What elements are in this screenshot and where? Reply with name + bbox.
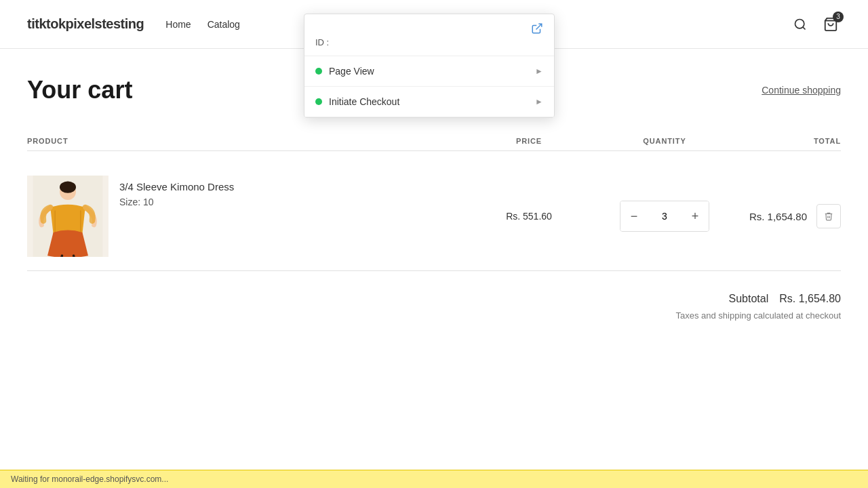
- table-header: PRODUCT PRICE QUANTITY TOTAL: [27, 131, 841, 151]
- main-nav: Home Catalog: [165, 19, 240, 30]
- col-product-header: PRODUCT: [27, 137, 468, 145]
- total-cell: Rs. 1,654.80: [739, 211, 841, 222]
- price-cell: Rs. 551.60: [468, 211, 590, 222]
- quantity-control: − +: [620, 201, 709, 232]
- initiate-checkout-chevron: ►: [535, 97, 543, 106]
- product-info: 3/4 Sleeve Kimono Dress Size: 10: [119, 176, 234, 207]
- nav-home[interactable]: Home: [165, 19, 191, 30]
- product-image: [27, 176, 108, 257]
- col-quantity-header: QUANTITY: [590, 137, 739, 145]
- svg-point-0: [795, 19, 804, 28]
- continue-shopping-link[interactable]: Continue shopping: [762, 85, 841, 96]
- tax-note: Taxes and shipping calculated at checkou…: [675, 310, 841, 321]
- external-link-icon[interactable]: [531, 22, 543, 35]
- svg-point-6: [60, 182, 76, 193]
- quantity-increase-button[interactable]: +: [682, 201, 709, 231]
- cart-table: PRODUCT PRICE QUANTITY TOTAL: [27, 131, 841, 271]
- cart-title: Your cart: [27, 76, 132, 104]
- popup-initiate-checkout-item[interactable]: Initiate Checkout ►: [304, 87, 554, 117]
- product-cell: 3/4 Sleeve Kimono Dress Size: 10: [27, 176, 468, 257]
- col-price-header: PRICE: [468, 137, 590, 145]
- pixel-popup: ID : Page View ► Initiate Checkout ►: [304, 14, 555, 118]
- quantity-decrease-button[interactable]: −: [620, 201, 648, 231]
- header-right: 3: [791, 14, 841, 35]
- site-logo: titktokpixelstesting: [27, 16, 144, 32]
- popup-header: [304, 14, 554, 35]
- header-left: titktokpixelstesting Home Catalog: [27, 16, 240, 32]
- popup-id-label: ID :: [315, 37, 329, 47]
- subtotal-value: Rs. 1,654.80: [779, 293, 841, 305]
- nav-catalog[interactable]: Catalog: [208, 19, 240, 30]
- item-total: Rs. 1,654.80: [749, 211, 807, 222]
- table-row: 3/4 Sleeve Kimono Dress Size: 10 Rs. 551…: [27, 162, 841, 271]
- svg-line-1: [803, 26, 806, 29]
- popup-item-left-checkout: Initiate Checkout: [315, 96, 399, 107]
- product-name: 3/4 Sleeve Kimono Dress: [119, 181, 234, 192]
- search-icon: [793, 18, 807, 31]
- product-size: Size: 10: [119, 197, 234, 207]
- popup-id-row: ID :: [304, 35, 554, 56]
- popup-page-view-item[interactable]: Page View ►: [304, 56, 554, 87]
- subtotal-label: Subtotal: [729, 293, 769, 305]
- delete-item-button[interactable]: [816, 204, 841, 228]
- item-price: Rs. 551.60: [506, 211, 552, 222]
- initiate-checkout-status-dot: [315, 98, 322, 105]
- popup-item-left-pageview: Page View: [315, 66, 374, 77]
- cart-footer: Subtotal Rs. 1,654.80 Taxes and shipping…: [27, 271, 841, 326]
- search-button[interactable]: [791, 15, 810, 34]
- page-view-label: Page View: [329, 66, 374, 77]
- initiate-checkout-label: Initiate Checkout: [329, 96, 399, 107]
- quantity-cell: − +: [590, 201, 739, 232]
- cart-count: 3: [833, 12, 844, 22]
- page-view-status-dot: [315, 68, 322, 75]
- quantity-input[interactable]: [648, 211, 682, 222]
- cart-button[interactable]: 3: [821, 14, 841, 35]
- page-view-chevron: ►: [535, 66, 543, 76]
- col-total-header: TOTAL: [739, 137, 841, 145]
- trash-icon: [824, 211, 833, 221]
- subtotal-row: Subtotal Rs. 1,654.80: [729, 293, 841, 305]
